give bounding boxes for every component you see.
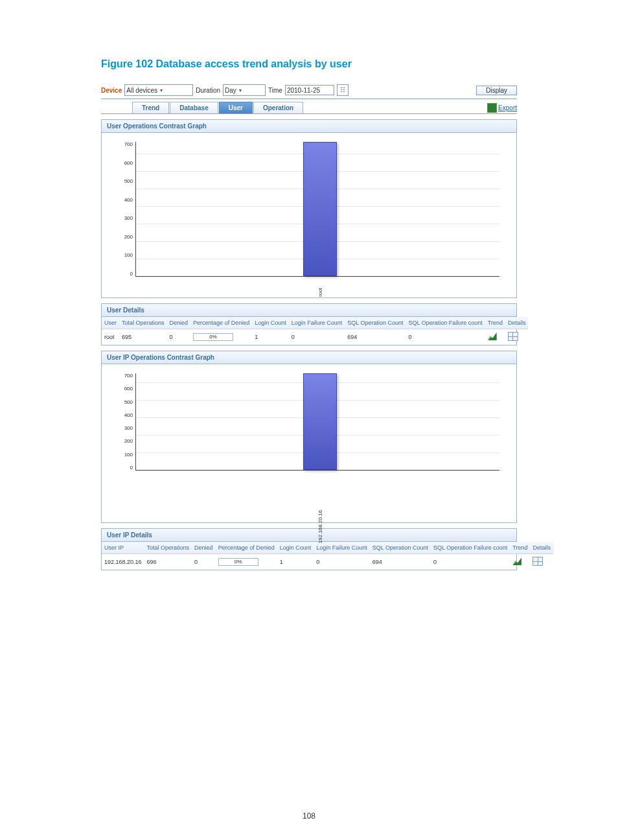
cell-pct-denied: 0% — [190, 329, 252, 345]
panel-title: User IP Operations Contrast Graph — [102, 351, 516, 364]
chart-x-area: root — [135, 277, 499, 291]
trend-icon — [512, 557, 521, 565]
device-select[interactable]: All devices ▾ — [124, 84, 193, 96]
tabs-row: Trend Database User Operation Export — [101, 102, 517, 114]
panel-user-ops-graph: User Operations Contrast Graph 700 600 5… — [101, 119, 517, 298]
col-sql-fail[interactable]: SQL Operation Failure count — [431, 542, 510, 554]
cell-sql-fail: 0 — [431, 554, 510, 570]
table-header-row: User Total Operations Denied Percentage … — [102, 317, 528, 329]
col-details[interactable]: Details — [530, 542, 553, 554]
table-row: root 695 0 0% 1 0 694 0 — [102, 329, 528, 345]
cell-login-fail: 0 — [314, 554, 370, 570]
cell-total: 696 — [144, 554, 192, 570]
col-total[interactable]: Total Operations — [119, 317, 167, 329]
table-row: 192.168.20.16 696 0 0% 1 0 694 0 — [102, 554, 553, 570]
col-login-fail[interactable]: Login Failure Count — [289, 317, 345, 329]
export-label: Export — [498, 104, 517, 111]
details-icon — [532, 557, 543, 566]
panel-user-details: User Details User Total Operations Denie… — [101, 303, 517, 345]
col-login[interactable]: Login Count — [252, 317, 289, 329]
duration-label: Duration — [196, 87, 220, 94]
cell-user: root — [102, 329, 119, 345]
chart-plot — [135, 373, 499, 471]
time-input-value: 2010-11-25 — [287, 87, 320, 94]
panel-userip-details: User IP Details User IP Total Operations… — [101, 528, 517, 570]
panel-body: 700 600 500 400 300 200 100 0 192.168.20… — [102, 364, 516, 522]
cell-pct-denied: 0% — [216, 554, 277, 570]
chart-x-area: 192.168.20.16 — [135, 471, 499, 516]
col-userip[interactable]: User IP — [102, 542, 144, 554]
panel-title: User Operations Contrast Graph — [102, 120, 516, 133]
chart-plot — [135, 142, 499, 277]
col-sql-fail[interactable]: SQL Operation Failure count — [406, 317, 485, 329]
table-header-row: User IP Total Operations Denied Percenta… — [102, 542, 553, 554]
duration-select[interactable]: Day ▾ — [223, 84, 266, 96]
panel-title: User Details — [102, 304, 516, 317]
cell-details[interactable] — [505, 329, 529, 345]
cell-sql: 694 — [345, 329, 406, 345]
col-pct-denied[interactable]: Percentage of Denied — [190, 317, 252, 329]
panel-body: User IP Total Operations Denied Percenta… — [102, 542, 516, 570]
chart-y-ticks: 700 600 500 400 300 200 100 0 — [111, 373, 133, 471]
col-trend[interactable]: Trend — [485, 317, 505, 329]
col-user[interactable]: User — [102, 317, 119, 329]
pct-bar: 0% — [193, 333, 233, 341]
chart-x-label: root — [317, 288, 323, 297]
pct-bar: 0% — [218, 558, 258, 566]
col-login-fail[interactable]: Login Failure Count — [314, 542, 370, 554]
filter-row: Device All devices ▾ Duration Day ▾ Time… — [101, 84, 517, 99]
chevron-down-icon: ▾ — [160, 88, 163, 93]
chevron-down-icon: ▾ — [239, 88, 242, 93]
tab-user[interactable]: User — [219, 102, 253, 113]
page-number: 108 — [0, 811, 618, 821]
trend-icon — [488, 332, 497, 340]
device-select-value: All devices — [126, 87, 157, 94]
tab-database[interactable]: Database — [170, 102, 218, 113]
cell-details[interactable] — [530, 554, 553, 570]
chart-bar-root — [303, 142, 337, 276]
col-pct-denied[interactable]: Percentage of Denied — [216, 542, 277, 554]
cell-denied: 0 — [192, 554, 216, 570]
cell-trend[interactable] — [510, 554, 530, 570]
time-input[interactable]: 2010-11-25 — [285, 85, 334, 95]
chart-x-label: 192.168.20.16 — [317, 510, 323, 543]
userip-details-table: User IP Total Operations Denied Percenta… — [102, 542, 553, 570]
col-sql[interactable]: SQL Operation Count — [345, 317, 406, 329]
cell-sql: 694 — [370, 554, 431, 570]
col-login[interactable]: Login Count — [277, 542, 314, 554]
excel-icon — [487, 103, 497, 113]
user-details-table: User Total Operations Denied Percentage … — [102, 317, 528, 345]
col-total[interactable]: Total Operations — [144, 542, 192, 554]
display-button[interactable]: Display — [476, 86, 517, 95]
export-link[interactable]: Export — [487, 103, 517, 113]
figure-title: Figure 102 Database access trend analysi… — [101, 58, 517, 70]
cell-sql-fail: 0 — [406, 329, 485, 345]
device-label: Device — [101, 87, 122, 94]
col-denied[interactable]: Denied — [167, 317, 191, 329]
time-label: Time — [268, 87, 282, 94]
tab-operation[interactable]: Operation — [253, 102, 303, 113]
cell-trend[interactable] — [485, 329, 505, 345]
chart-userip-ops: 700 600 500 400 300 200 100 0 192.168.20… — [111, 373, 507, 516]
cell-login-fail: 0 — [289, 329, 345, 345]
cell-denied: 0 — [167, 329, 191, 345]
panel-body: 700 600 500 400 300 200 100 0 root — [102, 133, 516, 298]
duration-select-value: Day — [225, 87, 236, 94]
col-trend[interactable]: Trend — [510, 542, 530, 554]
panel-userip-ops-graph: User IP Operations Contrast Graph 700 60… — [101, 351, 517, 523]
cell-login: 1 — [277, 554, 314, 570]
panel-title: User IP Details — [102, 529, 516, 542]
cell-login: 1 — [252, 329, 289, 345]
details-icon — [508, 332, 518, 341]
tab-trend[interactable]: Trend — [132, 102, 169, 113]
panel-body: User Total Operations Denied Percentage … — [102, 317, 516, 345]
col-denied[interactable]: Denied — [192, 542, 216, 554]
app-container: Device All devices ▾ Duration Day ▾ Time… — [101, 84, 517, 570]
chart-user-ops: 700 600 500 400 300 200 100 0 root — [111, 142, 507, 291]
cell-total: 695 — [119, 329, 167, 345]
cell-userip: 192.168.20.16 — [102, 554, 144, 570]
calendar-icon[interactable]: ☷ — [337, 84, 349, 96]
col-sql[interactable]: SQL Operation Count — [370, 542, 431, 554]
chart-bar-ip — [303, 373, 337, 471]
col-details[interactable]: Details — [505, 317, 529, 329]
